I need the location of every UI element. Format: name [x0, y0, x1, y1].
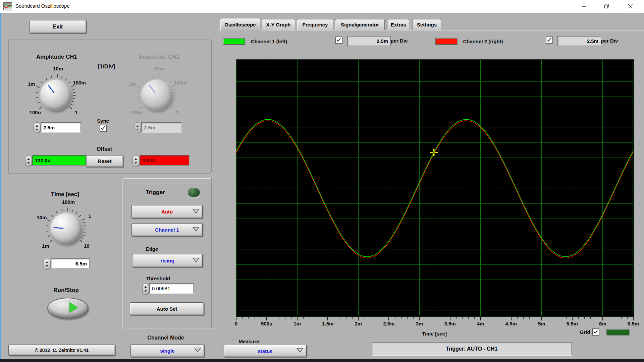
ch1-enable-checkbox[interactable] [335, 37, 342, 44]
sync-label: Sync [97, 118, 109, 124]
auto-set-button[interactable]: Auto Set [130, 302, 204, 315]
dropdown-arrow-icon [192, 257, 200, 264]
dropdown-arrow-icon [192, 208, 200, 215]
time-field[interactable]: 6.5m [51, 258, 90, 268]
amplitude-ch2-field: 2.5m [141, 122, 181, 132]
app-window: Soundcard Oszilloscope Exit Amplitude CH… [0, 0, 644, 362]
dropdown-arrow-icon [296, 348, 304, 354]
ch1-per-div-field[interactable]: 2.5m [347, 36, 391, 46]
trigger-edge-dropdown[interactable]: rising [132, 254, 203, 267]
check-icon [100, 125, 106, 131]
panel-divider [218, 30, 218, 359]
amplitude-unit-label: [1/Div] [98, 63, 115, 70]
run-stop-button[interactable] [47, 298, 88, 318]
trigger-title: Trigger [146, 189, 165, 196]
window-title: Soundcard Oszilloscope [15, 3, 70, 9]
x-axis: 0500u1m1.5m2m2.5m3m3.5m4m4.5m5m5.5m6m6.5… [236, 317, 633, 328]
x-axis-title: Time [sec] [422, 331, 447, 337]
amplitude-ch1-knob[interactable]: 100u1m10m100m1 [24, 63, 88, 127]
trigger-led [188, 188, 200, 197]
measure-label: Measure [239, 339, 259, 344]
amplitude-ch1-label: Amplitude CH1 [36, 54, 77, 60]
time-knob[interactable]: 1m10m100m110 [34, 197, 98, 260]
knob-ball[interactable] [40, 80, 71, 111]
exit-button[interactable]: Exit [30, 20, 86, 33]
run-stop-label: Run/Stop [53, 287, 79, 294]
channel-mode-label: Channel Mode [147, 335, 184, 341]
check-icon [593, 329, 598, 335]
ch1-per-div-label: per Div [391, 38, 408, 44]
amplitude-ch1-field[interactable]: 2.5m [41, 122, 81, 132]
app-icon [3, 2, 12, 10]
edge-label: Edge [146, 246, 158, 252]
scope-display[interactable] [236, 59, 634, 317]
grid-label: Grid [580, 329, 590, 335]
tab-settings[interactable]: Settings [413, 19, 441, 30]
trigger-source-dropdown[interactable]: Channel 1 [131, 223, 203, 236]
offset-ch2-field[interactable]: 0.000 [140, 155, 190, 166]
close-button[interactable] [623, 0, 638, 12]
measure-dropdown[interactable]: status [224, 345, 307, 357]
dropdown-arrow-icon [194, 347, 202, 354]
ch2-per-div-label: per Div [601, 38, 618, 44]
ch1-label: Channel 1 (left) [251, 39, 287, 44]
grid-checkbox[interactable] [592, 328, 599, 336]
tab-frequency[interactable]: Frequency [297, 19, 333, 30]
channel-mode-dropdown[interactable]: single [130, 344, 204, 357]
amplitude-ch2-label: Amplitude CH2 [139, 54, 179, 60]
trigger-status-bar: Trigger: AUTO - CH1 [372, 342, 572, 355]
tab-extras[interactable]: Extras [388, 19, 409, 30]
offset-label: Offset [97, 146, 112, 152]
grid-color-swatch [606, 329, 629, 335]
waveform-canvas[interactable] [236, 60, 633, 316]
knob-ball [141, 80, 172, 111]
tab-signalgenerator[interactable]: Signalgenerator [335, 19, 385, 30]
trigger-mode-dropdown[interactable]: Auto [131, 205, 203, 218]
restore-button[interactable] [599, 0, 614, 12]
offset-ch1-spinner[interactable] [25, 156, 32, 166]
threshold-field[interactable]: 0.00681 [149, 283, 194, 293]
copyright-button[interactable]: © 2012 C. Zeitnitz V1.41 [8, 345, 115, 356]
sync-checkbox[interactable] [100, 125, 107, 132]
offset-ch1-field[interactable]: 122.0u [32, 155, 86, 166]
threshold-spinner[interactable] [142, 284, 149, 294]
minimize-button[interactable] [576, 0, 592, 12]
amplitude-ch1-spinner[interactable] [34, 122, 40, 133]
offset-ch2-spinner[interactable] [132, 156, 139, 166]
ch1-color-swatch [223, 38, 245, 45]
check-icon [336, 37, 341, 43]
ch2-label: Channel 2 (right) [463, 39, 503, 44]
run-indicator-icon [69, 302, 78, 313]
amplitude-ch2-knob: 100u1m10m100m1 [125, 63, 189, 127]
window-left-border [0, 13, 1, 362]
knob-ball[interactable] [51, 213, 82, 244]
title-bar: Soundcard Oszilloscope [0, 0, 644, 13]
window-bottom-border [0, 359, 644, 362]
ch2-color-swatch [435, 38, 457, 45]
ch2-per-div-field[interactable]: 2.5m [557, 36, 601, 46]
ch2-enable-checkbox[interactable] [546, 37, 553, 44]
time-spinner[interactable] [44, 259, 50, 269]
offset-reset-button[interactable]: Reset [86, 155, 123, 167]
amplitude-ch2-spinner [134, 122, 141, 133]
tab-page-border [218, 30, 644, 30]
tab-oscilloscope[interactable]: Oscilloscope [220, 18, 260, 31]
dropdown-arrow-icon [192, 227, 200, 233]
tab-xy-graph[interactable]: X-Y Graph [262, 19, 295, 30]
check-icon [546, 37, 552, 43]
threshold-label: Threshold [146, 276, 170, 281]
